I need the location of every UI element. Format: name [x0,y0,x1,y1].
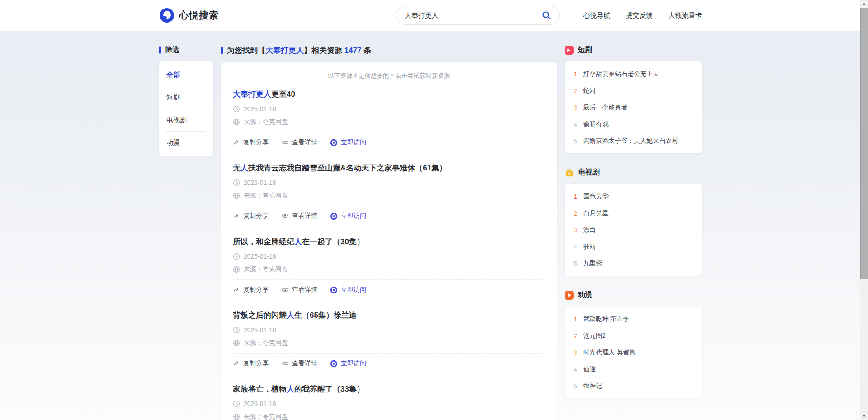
result-title[interactable]: 背叛之后的闪耀人生（65集）徐兰迪 [233,310,545,321]
filter-item[interactable]: 电视剧 [166,109,206,131]
ranking-item[interactable]: 3 时光代理人 英都篇 [573,344,694,361]
scrollbar[interactable]: ▲ ▼ [860,0,868,420]
ranking-item[interactable]: 1 武动乾坤 第五季 [573,311,694,327]
result-title[interactable]: 家族将亡，植物人的我苏醒了（33集） [233,384,545,395]
anime-icon [565,291,574,300]
rank-number: 2 [573,87,578,94]
accent-bar [221,47,223,54]
view-details-button[interactable]: 查看详情 [281,138,317,146]
results-count: 1477 [344,46,362,55]
filter-list: 全部短剧电视剧动漫 [159,61,213,156]
result-title[interactable]: 大奉打更人更至40 [233,89,545,100]
view-details-button[interactable]: 查看详情 [281,286,317,294]
filter-item[interactable]: 全部 [166,64,206,86]
search-button[interactable] [540,9,553,22]
result-item: 无人扶我青云志我自踏雪至山巅&名动天下之家事难休（61集） 2025-01-18… [233,155,545,228]
result-date: 2025-01-18 [233,179,545,186]
result-date: 2025-01-18 [233,326,545,334]
share-icon [233,286,240,293]
clock-icon [233,326,240,334]
scrollbar-thumb[interactable] [860,8,868,279]
search-input[interactable] [405,12,540,19]
rank-number: 1 [573,316,578,323]
ranking-item-title: 时光代理人 英都篇 [583,349,636,357]
globe-icon [233,118,240,126]
scroll-up-arrow[interactable]: ▲ [860,0,868,8]
share-icon [233,139,240,146]
ranking-item[interactable]: 3 最后一个修真者 [573,99,694,116]
result-item: 大奉打更人更至40 2025-01-18 来源：夸克网盘 复制分享 [233,81,545,155]
rank-number: 5 [573,260,578,267]
brand-name: 心悦搜索 [179,9,219,22]
globe-icon [233,266,240,273]
rank-number: 4 [573,121,578,128]
visit-now-button[interactable]: 立即访问 [330,212,366,220]
visit-now-button[interactable]: 立即访问 [330,138,366,146]
ranking-item[interactable]: 3 漂白 [573,222,694,238]
ranking-item[interactable]: 5 牧神记 [573,378,694,394]
view-details-button[interactable]: 查看详情 [281,212,317,220]
ranking-item-title: 沧元图2 [583,332,606,340]
brand-logo[interactable]: 心悦搜索 [159,8,219,23]
result-source: 来源：夸克网盘 [233,192,545,200]
ranking-item[interactable]: 4 仙逆 [573,361,694,378]
results-column: 为您找到【大奉打更人】相关资源 1477 条 以下资源不是你想要的？点击尝试获取… [221,31,557,420]
ranking-item[interactable]: 4 驻站 [573,238,694,255]
visit-now-button[interactable]: 立即访问 [330,286,366,294]
clock-icon [233,179,240,186]
result-item: 背叛之后的闪耀人生（65集）徐兰迪 2025-01-18 来源：夸克网盘 [233,302,545,376]
filter-item[interactable]: 动漫 [166,131,206,154]
result-actions: 复制分享 查看详情 立即访问 [233,132,545,146]
rank-number: 2 [573,332,578,340]
ranking-item-title: 白月梵星 [583,209,609,217]
globe-icon [233,192,240,199]
ranking-list: 1 好孕甜妻被钻石老公宠上天 2 蛇园 3 最后一个修真者 4 偷听有戏 5 闪… [565,61,702,153]
copy-share-button[interactable]: 复制分享 [233,359,269,368]
ranking-item[interactable]: 5 闪婚京圈太子爷：夫人她来自农村 [573,132,694,149]
scroll-down-arrow[interactable]: ▼ [860,412,868,420]
ranking-item[interactable]: 2 沧元图2 [573,327,694,344]
ranking-item[interactable]: 1 国色芳华 [573,188,694,205]
header-nav: 心悦导航 提交反馈 大额流量卡 [583,11,702,20]
nav-link-data-card[interactable]: 大额流量卡 [668,11,702,20]
result-list: 大奉打更人更至40 2025-01-18 来源：夸克网盘 复制分享 [233,81,545,420]
rank-number: 3 [573,227,578,234]
rank-number: 2 [573,210,578,217]
result-title[interactable]: 所以，和金牌经纪人在一起了（30集） [233,236,545,247]
results-heading-keyword: 大奉打更人 [265,46,304,55]
rank-number: 4 [573,243,578,250]
copy-share-button[interactable]: 复制分享 [233,286,269,294]
nav-link-feedback[interactable]: 提交反馈 [626,11,653,20]
nav-link-navigation[interactable]: 心悦导航 [583,11,610,20]
ranking-item[interactable]: 2 蛇园 [573,82,694,99]
quark-circle-icon [330,360,338,368]
rank-number: 1 [573,193,578,200]
result-source: 来源：夸克网盘 [233,413,545,420]
visit-now-button[interactable]: 立即访问 [330,359,366,368]
ranking-item-title: 驻站 [583,243,596,251]
ranking-item-title: 九重紫 [583,260,602,268]
ranking-item[interactable]: 4 偷听有戏 [573,116,694,132]
filter-item[interactable]: 短剧 [166,86,206,109]
result-source: 来源：夸克网盘 [233,339,545,347]
ranking-list: 1 国色芳华 2 白月梵星 3 漂白 4 驻站 5 九重紫 [565,184,702,276]
ranking-section-short-drama: 短剧 1 好孕甜妻被钻石老公宠上天 2 蛇园 3 最后一个修真者 4 偷听有戏 … [565,45,702,153]
ranking-list: 1 武动乾坤 第五季 2 沧元图2 3 时光代理人 英都篇 4 仙逆 5 牧神记 [565,307,702,398]
refresh-resources-link[interactable]: 以下资源不是你想要的？点击尝试获取新资源 [233,64,545,81]
eye-icon [281,212,289,220]
ranking-item-title: 国色芳华 [583,193,609,201]
results-heading: 为您找到【大奉打更人】相关资源 1477 条 [221,45,557,56]
quark-circle-icon [330,139,338,146]
ranking-item[interactable]: 2 白月梵星 [573,205,694,222]
copy-share-button[interactable]: 复制分享 [233,212,269,220]
result-actions: 复制分享 查看详情 立即访问 [233,353,545,368]
ranking-item[interactable]: 5 九重紫 [573,255,694,272]
ranking-item-title: 牧神记 [583,382,602,390]
view-details-button[interactable]: 查看详情 [281,359,317,368]
ranking-section-title: 动漫 [565,290,702,300]
ranking-item[interactable]: 1 好孕甜妻被钻石老公宠上天 [573,66,694,82]
result-item: 家族将亡，植物人的我苏醒了（33集） 2025-01-18 来源：夸克网盘 [233,376,545,420]
ranking-item-title: 偷听有戏 [583,120,609,128]
copy-share-button[interactable]: 复制分享 [233,138,269,146]
result-title[interactable]: 无人扶我青云志我自踏雪至山巅&名动天下之家事难休（61集） [233,163,545,174]
